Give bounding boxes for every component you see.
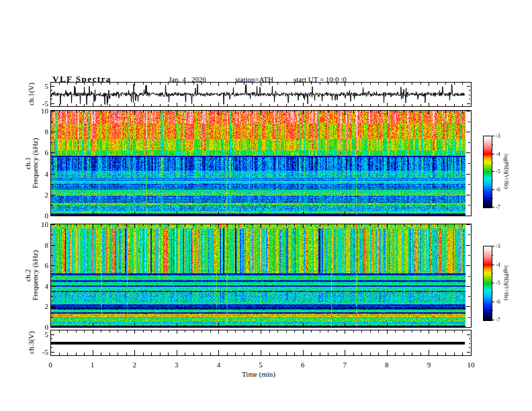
colorbar-ch1	[483, 136, 492, 208]
tick-mark	[445, 214, 446, 216]
tick-mark	[51, 327, 55, 328]
y-tick-label: 8	[32, 241, 48, 249]
tick-mark	[59, 111, 60, 113]
tick-mark	[412, 214, 412, 216]
tick-mark	[412, 83, 412, 85]
tick-mark	[109, 104, 110, 106]
ch2-spectrogram-panel	[50, 224, 472, 328]
tick-mark	[202, 224, 202, 226]
tick-mark	[218, 212, 219, 216]
tick-mark	[51, 142, 53, 143]
tick-mark	[404, 214, 404, 216]
tick-mark	[387, 83, 388, 86]
tick-mark	[168, 104, 169, 106]
x-tick-label: 8	[378, 361, 396, 369]
tick-mark	[210, 214, 211, 216]
tick-mark	[151, 330, 152, 332]
tick-mark	[269, 224, 270, 226]
tick-mark	[466, 306, 470, 307]
tick-mark	[84, 83, 85, 85]
tick-mark	[244, 214, 245, 216]
tick-mark	[168, 111, 169, 113]
tick-mark	[337, 83, 337, 85]
tick-mark	[345, 212, 345, 216]
y-tick-label: 5	[32, 82, 48, 90]
tick-mark	[353, 83, 354, 85]
tick-mark	[252, 224, 253, 226]
tick-mark	[134, 111, 135, 115]
tick-mark	[286, 353, 287, 355]
tick-mark	[492, 255, 493, 256]
tick-mark	[218, 83, 219, 86]
tick-mark	[395, 224, 396, 226]
ch1-spectrogram-image	[51, 111, 471, 216]
tick-mark	[353, 104, 354, 106]
ch1-spec-ylabel-line2: Frequency (kHz)	[32, 138, 39, 189]
tick-mark	[134, 83, 135, 86]
tick-mark	[462, 104, 463, 106]
tick-mark	[345, 330, 345, 334]
tick-mark	[370, 330, 371, 332]
tick-mark	[311, 353, 312, 355]
colorbar-tick-label: -7	[496, 204, 500, 210]
tick-mark	[286, 224, 287, 226]
colorbar-tick-label: -3	[496, 133, 500, 139]
tick-mark	[395, 214, 396, 216]
tick-mark	[261, 323, 261, 327]
tick-mark	[84, 330, 85, 332]
tick-mark	[345, 111, 345, 115]
tick-mark	[345, 350, 345, 355]
tick-mark	[84, 325, 85, 327]
y-tick-label: 10	[32, 107, 48, 115]
tick-mark	[303, 111, 304, 115]
tick-mark	[109, 111, 110, 113]
tick-mark	[202, 353, 202, 355]
tick-mark	[404, 83, 404, 85]
tick-mark	[303, 83, 304, 86]
x-tick-label: 0	[42, 361, 59, 369]
tick-mark	[378, 111, 379, 113]
y-tick-label: 4	[32, 282, 48, 290]
colorbar-tick-label: -4	[496, 262, 500, 268]
tick-mark	[160, 353, 161, 355]
tick-mark	[412, 353, 412, 355]
tick-mark	[320, 83, 320, 85]
colorbar-tick-label: -5	[496, 169, 500, 175]
tick-mark	[261, 212, 261, 216]
tick-mark	[227, 214, 228, 216]
tick-mark	[244, 224, 245, 226]
tick-mark	[168, 214, 169, 216]
tick-mark	[466, 174, 470, 175]
tick-mark	[469, 343, 470, 344]
tick-mark	[404, 104, 404, 106]
tick-mark	[126, 111, 127, 113]
tick-mark	[93, 111, 93, 115]
tick-mark	[345, 103, 345, 106]
tick-mark	[469, 338, 470, 339]
tick-mark	[437, 111, 438, 113]
tick-mark	[445, 330, 446, 332]
colorbar-ch1-label: log(PSD)(V²/Hz)	[503, 154, 509, 189]
tick-mark	[193, 325, 194, 327]
tick-mark	[76, 325, 77, 327]
tick-mark	[361, 325, 362, 327]
tick-mark	[471, 350, 472, 355]
tick-mark	[468, 234, 470, 235]
tick-mark	[378, 325, 379, 327]
tick-mark	[218, 350, 219, 355]
y-tick-label: 5	[32, 330, 48, 338]
tick-mark	[294, 214, 295, 216]
tick-mark	[286, 214, 287, 216]
tick-mark	[50, 350, 51, 355]
x-tick-label: 6	[294, 361, 312, 369]
tick-mark	[412, 111, 412, 113]
tick-mark	[51, 343, 52, 344]
tick-mark	[235, 111, 236, 113]
tick-mark	[445, 111, 446, 113]
tick-mark	[420, 111, 421, 113]
tick-mark	[492, 180, 493, 181]
tick-mark	[101, 353, 101, 355]
tick-mark	[134, 224, 135, 228]
tick-mark	[185, 325, 185, 327]
tick-mark	[177, 212, 177, 216]
